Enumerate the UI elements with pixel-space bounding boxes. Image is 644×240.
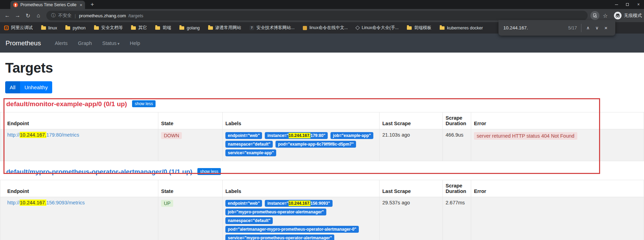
browser-tab[interactable]: Prometheus Time Series Colle ×: [10, 1, 85, 9]
nav-graph[interactable]: Graph: [78, 40, 92, 46]
incognito-label: 无痕模式: [624, 12, 642, 19]
reload-icon[interactable]: ↻: [23, 12, 33, 19]
label-badge: instance="10.244.167.156:9093": [265, 200, 332, 207]
find-next-icon[interactable]: ∨: [592, 25, 601, 30]
label-badge: endpoint="web": [225, 200, 262, 207]
bookmark-item[interactable]: 前端模板: [407, 25, 431, 31]
bookmark-star-icon[interactable]: ☆: [603, 12, 608, 19]
job-link[interactable]: default/mypro-prometheus-operator-alertm…: [6, 168, 192, 175]
label-badge: service="example-app": [225, 149, 276, 156]
bookmark-item[interactable]: linux: [41, 26, 57, 30]
filter-unhealthy-button[interactable]: Unhealthy: [20, 81, 53, 93]
error-cell: server returned HTTP status 404 Not Foun…: [471, 129, 644, 161]
prometheus-favicon-icon: [13, 2, 18, 7]
window-controls: ×: [611, 0, 644, 9]
label-badge: instance="10.244.167.179:80": [265, 132, 328, 139]
col-last-scrape: Last Scrape: [380, 180, 443, 197]
targets-table: Endpoint State Labels Last Scrape Scrape…: [0, 180, 644, 240]
new-tab-button[interactable]: +: [91, 1, 94, 8]
window-minimize-button[interactable]: [611, 0, 622, 9]
security-label: 不安全: [58, 12, 72, 19]
state-cell: UP: [158, 197, 223, 240]
tab-title: Prometheus Time Series Colle: [20, 2, 77, 7]
endpoint-cell: http://10.244.167.179:80/metrics: [0, 129, 158, 161]
url-path: /targets: [128, 13, 143, 18]
find-close-icon[interactable]: ×: [601, 25, 610, 31]
label-badge: pod="alertmanager-mypro-prometheus-opera…: [225, 226, 359, 233]
bookmark-item[interactable]: kuberneres docker: [440, 26, 483, 30]
tab-close-icon[interactable]: ×: [80, 2, 82, 8]
find-input[interactable]: [503, 25, 568, 30]
find-highlight: 10.244.167.: [289, 133, 310, 138]
bookmark-item[interactable]: 前端: [155, 25, 171, 31]
find-highlight: 10.244.167.: [20, 200, 46, 206]
bookmark-item[interactable]: 阿里云调试: [4, 25, 33, 31]
bookmark-item[interactable]: python: [65, 26, 86, 30]
label-badge: endpoint="web": [225, 132, 262, 139]
label-badge: job="example-app": [330, 132, 373, 139]
bookmark-item[interactable]: golang: [179, 26, 200, 30]
status-badge: UP: [161, 200, 173, 207]
forward-icon[interactable]: →: [12, 12, 23, 19]
col-error: Error: [471, 180, 644, 197]
info-icon[interactable]: ⓘ: [51, 12, 56, 19]
filter-all-button[interactable]: All: [5, 81, 20, 93]
maximize-icon: [626, 3, 629, 6]
find-match-count: 5/17: [568, 25, 577, 30]
folder-icon: [131, 26, 136, 30]
tab-strip: Prometheus Time Series Colle × + ×: [0, 0, 644, 9]
url-host: prometheus.zhang.com: [79, 13, 126, 18]
nav-alerts[interactable]: Alerts: [55, 40, 67, 46]
col-labels: Labels: [223, 112, 380, 129]
endpoint-cell: http://10.244.167.156:9093/metrics: [0, 197, 158, 240]
back-icon[interactable]: ←: [2, 12, 12, 19]
window-maximize-button[interactable]: [622, 0, 633, 9]
table-header-row: Endpoint State Labels Last Scrape Scrape…: [0, 180, 644, 197]
bookmark-item[interactable]: 渗透常用网站: [208, 25, 241, 31]
col-scrape-duration: Scrape Duration: [443, 112, 471, 129]
chevron-down-icon: ▾: [118, 41, 120, 46]
state-cell: DOWN: [158, 129, 223, 161]
navbar-brand[interactable]: Prometheus: [6, 39, 41, 47]
bookmark-item[interactable]: 其它: [131, 25, 147, 31]
error-cell: [471, 197, 644, 240]
address-bar[interactable]: ⓘ 不安全 | prometheus.zhang.com/targets: [46, 11, 588, 20]
job-header: default/mypro-prometheus-operator-alertm…: [6, 168, 644, 176]
folder-icon: [407, 26, 412, 30]
folder-icon: [208, 26, 213, 30]
nav-status[interactable]: Status▾: [102, 40, 120, 46]
bookmark-item[interactable]: 7安全技术博客网站...: [250, 25, 295, 31]
folder-icon: [65, 26, 70, 30]
folder-icon: [440, 26, 445, 30]
col-error: Error: [471, 112, 644, 129]
job-section: default/mypro-prometheus-operator-alertm…: [0, 168, 644, 240]
status-badge: DOWN: [161, 132, 182, 139]
endpoint-link[interactable]: http://10.244.167.156:9093/metrics: [7, 200, 85, 206]
page-tool-button[interactable]: [590, 11, 599, 20]
bookmark-item[interactable]: 安全文档等: [94, 25, 123, 31]
job-link[interactable]: default/monitor-example-app/0 (0/1 up): [6, 100, 127, 108]
incognito-badge: 无痕模式: [614, 12, 642, 19]
home-icon[interactable]: ⌂: [33, 12, 44, 19]
label-badge: namespace="default": [225, 141, 273, 148]
nav-help[interactable]: Help: [130, 40, 140, 46]
aliyun-icon: [4, 26, 9, 30]
doc-search-icon: [592, 13, 597, 18]
job-header: default/monitor-example-app/0 (0/1 up) s…: [6, 100, 644, 108]
label-badge: pod="example-app-6c79ff9f8c-d5pm7": [276, 141, 356, 148]
site-icon: [303, 26, 307, 30]
folder-icon: [179, 26, 184, 30]
site-icon: 7: [250, 26, 254, 30]
window-close-button[interactable]: ×: [633, 0, 644, 9]
col-state: State: [158, 180, 223, 197]
show-less-button[interactable]: show less: [197, 168, 221, 175]
bookmark-item[interactable]: Linux命令大全(手...: [356, 25, 399, 31]
bookmark-item[interactable]: linux命令在线中文...: [303, 25, 348, 31]
endpoint-link[interactable]: http://10.244.167.179:80/metrics: [7, 132, 79, 138]
col-scrape-duration: Scrape Duration: [443, 180, 471, 197]
find-previous-icon[interactable]: ∧: [584, 25, 592, 30]
browser-chrome: Prometheus Time Series Colle × + × ← → ↻…: [0, 0, 644, 34]
show-less-button[interactable]: show less: [132, 100, 156, 107]
minimize-icon: [615, 4, 618, 5]
last-scrape-cell: 21.103s ago: [380, 129, 443, 161]
